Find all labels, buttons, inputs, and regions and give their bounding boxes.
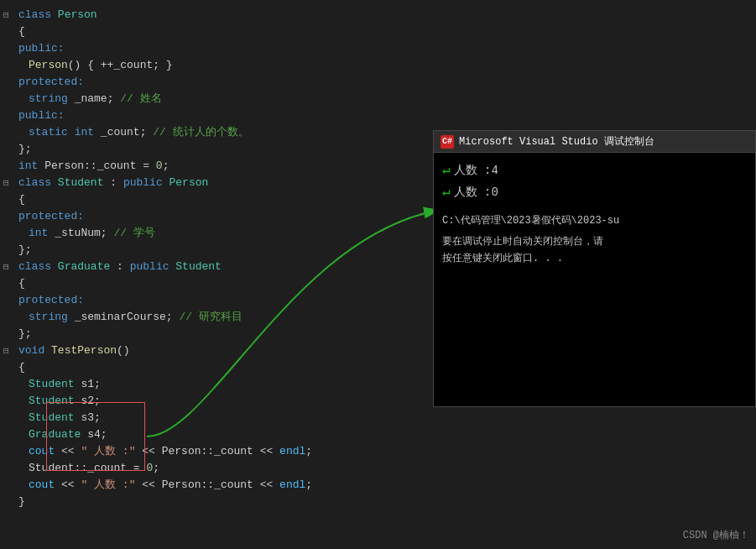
code-line: ⊟ void TestPerson() [0,342,445,359]
collapse-icon[interactable]: ⊟ [3,259,15,275]
code-editor: ⊟ class Person { public: Person() { ++_c… [0,0,445,549]
console-notice-line-1: 要在调试停止时自动关闭控制台，请 [442,233,747,250]
code-line: cout << " 人数 :" << Person::_count << end… [0,477,445,494]
code-line: string _seminarCourse; // 研究科目 [0,309,445,326]
console-app-icon: C# [441,135,454,149]
collapse-icon[interactable]: ⊟ [3,7,15,24]
console-output-line-2: ↵ 人数 :0 [442,181,747,203]
code-line: protected: [0,208,445,225]
code-line: static int _count; // 统计人的个数。 [0,124,445,141]
code-line: Student::_count = 0; [0,460,445,477]
code-line: Student s3; [0,410,445,426]
code-line: public: [0,40,445,57]
console-text-1: 人数 :4 [454,159,498,181]
code-line: { [0,275,445,292]
console-output-line-1: ↵ 人数 :4 [442,159,747,181]
console-body: ↵ 人数 :4 ↵ 人数 :0 C:\代码管理\2023暑假代码\2023-su… [434,153,755,406]
console-window: C# Microsoft Visual Studio 调试控制台 ↵ 人数 :4… [433,130,756,407]
console-arrow-1: ↵ [442,159,451,181]
code-line: int _stuNum; // 学号 [0,225,445,242]
code-line: ⊟ class Student : public Person [0,175,445,191]
console-notice: 要在调试停止时自动关闭控制台，请 按任意键关闭此窗口. . . [442,233,747,267]
code-line: }; [0,141,445,158]
console-path: C:\代码管理\2023暑假代码\2023-su [442,213,747,228]
console-text-2: 人数 :0 [454,181,498,203]
code-line: public: [0,107,445,124]
code-line: Student s2; [0,393,445,410]
collapse-icon[interactable]: ⊟ [3,175,15,191]
code-line: }; [0,242,445,259]
code-line: } [0,494,445,510]
code-line: cout << " 人数 :" << Person::_count << end… [0,443,445,460]
code-line: protected: [0,74,445,91]
code-line: }; [0,326,445,342]
code-line: Student s1; [0,376,445,393]
code-line: ⊟ class Person [0,7,445,24]
console-title: Microsoft Visual Studio 调试控制台 [459,134,654,149]
code-line: { [0,359,445,376]
watermark: CSDN @楠柚！ [683,528,749,542]
code-line: int Person::_count = 0; [0,158,445,175]
code-line: Person() { ++_count; } [0,57,445,74]
collapse-icon[interactable]: ⊟ [3,342,15,359]
console-arrow-2: ↵ [442,181,451,203]
console-icon-label: C# [442,137,452,146]
code-line: ⊟ class Graduate : public Student [0,259,445,275]
code-line: string _name; // 姓名 [0,91,445,107]
code-line: { [0,24,445,40]
code-line: { [0,191,445,208]
code-line: protected: [0,292,445,309]
code-line: Graduate s4; [0,426,445,443]
console-notice-line-2: 按任意键关闭此窗口. . . [442,250,747,267]
console-titlebar: C# Microsoft Visual Studio 调试控制台 [434,131,755,153]
